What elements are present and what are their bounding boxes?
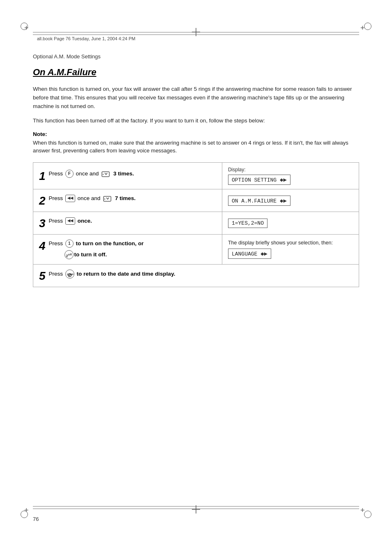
corner-tr-circle bbox=[364, 23, 371, 30]
body-paragraph-1: When this function is turned on, your fa… bbox=[33, 85, 359, 111]
step-1-press: Press bbox=[49, 170, 65, 177]
step-3-number: 3 bbox=[39, 218, 46, 229]
step-4-press: Press bbox=[49, 240, 65, 246]
step-5-content: Press STOP ⊘ to return to the date and t… bbox=[49, 271, 175, 277]
step-5-number: 5 bbox=[39, 270, 46, 282]
step-4-button-1: 1 bbox=[65, 240, 74, 248]
step-4-button-2: 2off bbox=[65, 250, 74, 259]
step-3-right: 1=YES,2=NO bbox=[222, 212, 359, 234]
table-row: 3 Press ◀◀ once. 1=YES,2=NO bbox=[33, 212, 359, 234]
step-1-times: 3 times. bbox=[113, 170, 134, 177]
step-2-times: 7 times. bbox=[115, 195, 136, 201]
table-row: 4 Press 1 to turn on the function, or 2o… bbox=[33, 234, 359, 264]
step-4-bold1: to turn on the function, or bbox=[76, 240, 144, 246]
step-2-once-and: once and bbox=[78, 195, 102, 201]
step-2-scroll-icon bbox=[103, 194, 112, 203]
step-2-display-arrow: ◆▶ bbox=[280, 198, 287, 204]
step-3-content: Press ◀◀ once. bbox=[49, 217, 216, 225]
step-5-full: 5 Press STOP ⊘ to return to the date and… bbox=[33, 265, 359, 287]
step-1-content: Press F once and 3 times. bbox=[49, 170, 216, 178]
corner-br-circle bbox=[364, 511, 371, 518]
step-4-display-label-top: The display briefly shows your selection… bbox=[228, 240, 353, 246]
note-text: When this function is turned on, make su… bbox=[33, 139, 359, 155]
step-5-press: Press bbox=[49, 271, 65, 277]
step-3-left: 3 Press ◀◀ once. bbox=[33, 212, 222, 234]
step-1-display-label: Display: bbox=[228, 167, 353, 173]
note-label: Note: bbox=[33, 131, 359, 137]
step-4-display-box: LANGUAGE ◆▶ bbox=[228, 249, 271, 259]
step-1-number: 1 bbox=[39, 170, 46, 182]
step-2-number: 2 bbox=[39, 195, 46, 207]
step-4-content: Press 1 to turn on the function, or 2off… bbox=[49, 240, 216, 259]
step-3-once: once. bbox=[78, 218, 92, 224]
step-1-scroll-icon bbox=[101, 170, 111, 178]
content-area: Optional A.M. Mode Settings On A.M.Failu… bbox=[33, 53, 359, 506]
header-file-info: all.book Page 76 Tuesday, June 1, 2004 4… bbox=[37, 36, 136, 41]
step-2-display-box: ON A.M.FAILURE ◆▶ bbox=[228, 196, 291, 206]
section-header: Optional A.M. Mode Settings bbox=[33, 53, 359, 60]
section-title: On A.M.Failure bbox=[33, 67, 359, 78]
step-1-display-text: OPTION SETTING bbox=[232, 177, 277, 183]
step-4-display-arrow: ◆▶ bbox=[261, 251, 267, 257]
table-row: 5 Press STOP ⊘ to return to the date and… bbox=[33, 265, 359, 287]
table-row: 2 Press ◀◀ once and 7 times. bbox=[33, 189, 359, 212]
body-paragraph-2: This function has been turned off at the… bbox=[33, 117, 359, 125]
page: all.book Page 76 Tuesday, June 1, 2004 4… bbox=[0, 0, 392, 555]
step-3-display-box: 1=YES,2=NO bbox=[228, 219, 267, 228]
step-1-button-f: F bbox=[65, 170, 74, 178]
step-2-right: ON A.M.FAILURE ◆▶ bbox=[222, 189, 359, 212]
step-2-display-text: ON A.M.FAILURE bbox=[232, 198, 277, 204]
step-5-button-stop: STOP ⊘ bbox=[65, 269, 74, 279]
step-3-press: Press bbox=[49, 218, 65, 224]
step-3-display-text: 1=YES,2=NO bbox=[232, 220, 264, 226]
steps-table: 1 Press F once and 3 times. bbox=[33, 162, 359, 287]
step-1-once-and: once and bbox=[76, 170, 100, 177]
step-5-bold: to return to the date and time display. bbox=[77, 271, 175, 277]
corner-tl-circle bbox=[21, 23, 28, 30]
step-4-display-text: LANGUAGE bbox=[232, 251, 257, 257]
step-2-press: Press bbox=[49, 195, 65, 201]
step-3-button: ◀◀ bbox=[65, 217, 75, 225]
step-2-content: Press ◀◀ once and 7 times. bbox=[49, 194, 216, 203]
step-1-display-arrow: ◆▶ bbox=[280, 177, 287, 183]
step-1-display-box: OPTION SETTING ◆▶ bbox=[228, 175, 291, 185]
step-2-button: ◀◀ bbox=[65, 195, 75, 202]
step-4-bold2: to turn it off. bbox=[74, 251, 107, 259]
step-4-left: 4 Press 1 to turn on the function, or 2o… bbox=[33, 234, 222, 264]
step-1-left: 1 Press F once and 3 times. bbox=[33, 162, 222, 189]
top-center-crosshair bbox=[192, 28, 200, 38]
corner-bl-circle bbox=[21, 511, 28, 518]
step-4-right: The display briefly shows your selection… bbox=[222, 234, 359, 264]
step-4-number: 4 bbox=[39, 240, 46, 252]
step-1-right: Display: OPTION SETTING ◆▶ bbox=[222, 162, 359, 189]
table-row: 1 Press F once and 3 times. bbox=[33, 162, 359, 189]
bottom-center-crosshair bbox=[192, 505, 200, 515]
page-number: 76 bbox=[33, 516, 39, 522]
step-2-left: 2 Press ◀◀ once and 7 times. bbox=[33, 189, 222, 212]
